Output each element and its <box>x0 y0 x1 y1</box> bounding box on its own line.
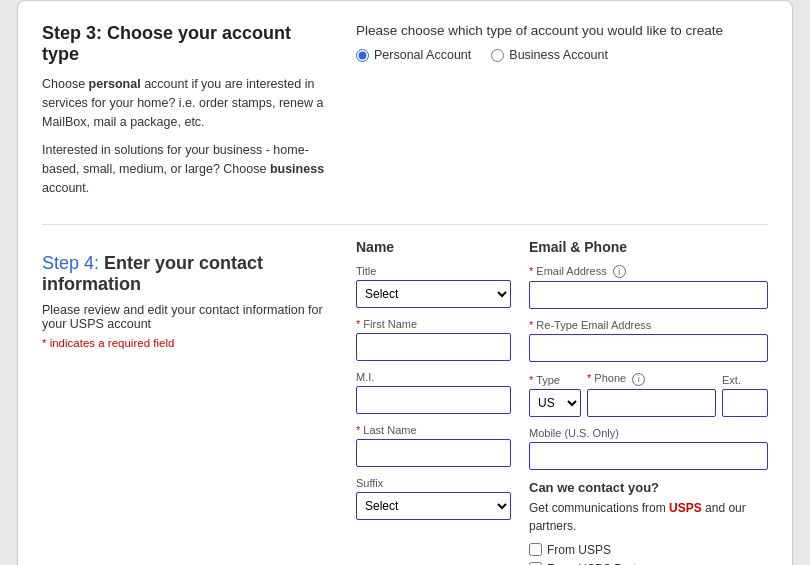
contact-desc: Get communications from USPS and our par… <box>529 499 768 535</box>
radio-business-text: Business Account <box>509 48 608 62</box>
title-select[interactable]: Select Mr. Mrs. Ms. Dr. <box>356 280 511 308</box>
mi-label: M.I. <box>356 371 511 383</box>
phone-group: * Phone i <box>587 372 716 417</box>
step3-right: Please choose which type of account you … <box>356 23 768 208</box>
first-name-field-group: * First Name <box>356 318 511 361</box>
radio-business[interactable] <box>491 49 504 62</box>
mi-input[interactable] <box>356 386 511 414</box>
required-note: * indicates a required field <box>42 337 332 349</box>
ext-group: Ext. <box>722 374 768 417</box>
radio-personal-text: Personal Account <box>374 48 471 62</box>
radio-business-label[interactable]: Business Account <box>491 48 608 62</box>
contact-title: Can we contact you? <box>529 480 768 495</box>
step4-section: Step 4: Enter your contact information P… <box>42 239 768 566</box>
suffix-field-group: Suffix Select Jr. Sr. II III IV <box>356 477 511 520</box>
email-column: Email & Phone * Email Address i * Re-Typ… <box>529 239 768 566</box>
last-name-field-group: * Last Name <box>356 424 511 467</box>
main-card: Step 3: Choose your account type Choose … <box>17 0 793 565</box>
phone-row-group: * Type US International * Phone i <box>529 372 768 417</box>
step4-description: Please review and edit your contact info… <box>42 303 332 331</box>
suffix-label: Suffix <box>356 477 511 489</box>
email-label: * Email Address i <box>529 265 768 279</box>
retype-email-input[interactable] <box>529 334 768 362</box>
form-columns: Name Title Select Mr. Mrs. Ms. Dr. * Fir… <box>356 239 768 566</box>
email-header: Email & Phone <box>529 239 768 255</box>
checkbox-usps-label[interactable]: From USPS <box>529 543 768 557</box>
step4-left: Step 4: Enter your contact information P… <box>42 239 332 566</box>
checkbox-partners-label[interactable]: From USPS Partners <box>529 562 768 566</box>
phone-input[interactable] <box>587 389 716 417</box>
retype-email-field-group: * Re-Type Email Address <box>529 319 768 362</box>
account-type-question: Please choose which type of account you … <box>356 23 768 38</box>
step3-left: Step 3: Choose your account type Choose … <box>42 23 332 208</box>
radio-personal[interactable] <box>356 49 369 62</box>
step3-title: Step 3: Choose your account type <box>42 23 332 65</box>
type-label: * Type <box>529 374 581 386</box>
mobile-input[interactable] <box>529 442 768 470</box>
title-label: Title <box>356 265 511 277</box>
phone-info-icon[interactable]: i <box>632 373 645 386</box>
contact-section: Can we contact you? Get communications f… <box>529 480 768 566</box>
checkbox-partners-text: From USPS Partners <box>547 562 660 566</box>
retype-email-label: * Re-Type Email Address <box>529 319 768 331</box>
step4-title: Step 4: Enter your contact information <box>42 253 332 295</box>
ext-label: Ext. <box>722 374 768 386</box>
mobile-label: Mobile (U.S. Only) <box>529 427 768 439</box>
name-header: Name <box>356 239 511 255</box>
mobile-field-group: Mobile (U.S. Only) <box>529 427 768 470</box>
last-name-label: * Last Name <box>356 424 511 436</box>
email-field-group: * Email Address i <box>529 265 768 310</box>
step3-desc1: Choose personal account if you are inter… <box>42 75 332 131</box>
email-input[interactable] <box>529 281 768 309</box>
email-info-icon[interactable]: i <box>613 265 626 278</box>
mi-field-group: M.I. <box>356 371 511 414</box>
radio-personal-label[interactable]: Personal Account <box>356 48 471 62</box>
step3-desc2: Interested in solutions for your busines… <box>42 141 332 197</box>
name-column: Name Title Select Mr. Mrs. Ms. Dr. * Fir… <box>356 239 511 566</box>
phone-label: * Phone i <box>587 372 716 386</box>
title-field-group: Title Select Mr. Mrs. Ms. Dr. <box>356 265 511 308</box>
step3-section: Step 3: Choose your account type Choose … <box>42 23 768 208</box>
first-name-input[interactable] <box>356 333 511 361</box>
phone-row: * Type US International * Phone i <box>529 372 768 417</box>
type-select[interactable]: US International <box>529 389 581 417</box>
ext-input[interactable] <box>722 389 768 417</box>
first-name-label: * First Name <box>356 318 511 330</box>
suffix-select[interactable]: Select Jr. Sr. II III IV <box>356 492 511 520</box>
type-group: * Type US International <box>529 374 581 417</box>
checkbox-usps[interactable] <box>529 543 542 556</box>
last-name-input[interactable] <box>356 439 511 467</box>
account-type-radio-group: Personal Account Business Account <box>356 48 768 62</box>
checkbox-usps-text: From USPS <box>547 543 611 557</box>
section-divider <box>42 224 768 225</box>
